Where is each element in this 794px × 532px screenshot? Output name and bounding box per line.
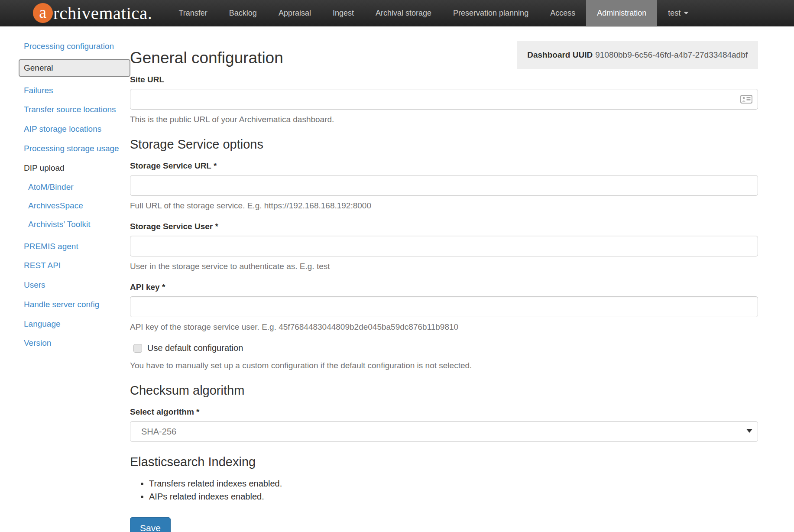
sidebar-link[interactable]: Processing configuration <box>24 42 114 51</box>
elasticsearch-status-list: Transfers related indexes enabled. AIPs … <box>149 479 758 502</box>
dashboard-uuid-box: Dashboard UUID91080bb9-6c56-46fd-a4b7-27… <box>517 41 758 69</box>
sidebar-link[interactable]: REST API <box>24 261 61 270</box>
sidebar-item-transfer-source-locations[interactable]: Transfer source locations <box>24 104 130 115</box>
sidebar-item-dip-upload: DIP upload <box>24 163 130 173</box>
checksum-algorithm-heading: Checksum algorithm <box>130 383 758 398</box>
sidebar-item-general-active[interactable]: General <box>19 59 130 77</box>
storage-service-url-input[interactable] <box>130 175 758 196</box>
sidebar-link[interactable]: Failures <box>24 86 53 95</box>
storage-service-user-label: Storage Service User * <box>130 222 758 231</box>
api-key-input[interactable] <box>130 296 758 317</box>
sidebar-item-archivists-toolkit[interactable]: Archivists’ Toolkit <box>28 219 130 230</box>
use-default-configuration-label[interactable]: Use default configuration <box>147 343 243 353</box>
site-url-label: Site URL <box>130 75 758 84</box>
sidebar-link[interactable]: Processing storage usage <box>24 144 119 153</box>
contact-card-icon[interactable] <box>740 94 753 106</box>
sidebar-link[interactable]: PREMIS agent <box>24 242 78 251</box>
storage-service-user-input[interactable] <box>130 236 758 256</box>
storage-service-url-help: Full URL of the storage service. E.g. ht… <box>130 201 758 211</box>
use-default-configuration-help: You have to manually set up a custom con… <box>130 361 758 370</box>
storage-service-user-help: User in the storage service to authentic… <box>130 262 758 271</box>
site-url-input[interactable] <box>130 89 758 110</box>
storage-service-options-heading: Storage Service options <box>130 137 758 152</box>
elasticsearch-status-item: AIPs related indexes enabled. <box>149 492 758 502</box>
top-navbar: archivematica. Transfer Backlog Appraisa… <box>0 0 794 26</box>
save-button[interactable]: Save <box>130 517 171 532</box>
logo-a-icon: a <box>33 3 53 23</box>
elasticsearch-status-item: Transfers related indexes enabled. <box>149 479 758 489</box>
sidebar-item-handle-server-config[interactable]: Handle server config <box>24 299 130 310</box>
nav-item-appraisal[interactable]: Appraisal <box>268 0 322 26</box>
sidebar-link[interactable]: Language <box>24 319 61 328</box>
api-key-label: API key * <box>130 282 758 292</box>
nav-item-ingest[interactable]: Ingest <box>322 0 365 26</box>
nav-item-transfer[interactable]: Transfer <box>168 0 218 26</box>
nav-item-backlog[interactable]: Backlog <box>218 0 268 26</box>
sidebar-link[interactable]: Users <box>24 280 45 289</box>
sidebar-link[interactable]: ArchivesSpace <box>28 201 83 210</box>
dashboard-uuid-label: Dashboard UUID <box>527 50 593 59</box>
select-arrow-icon <box>746 429 752 433</box>
site-url-help: This is the public URL of your Archivema… <box>130 115 758 124</box>
sidebar-item-rest-api[interactable]: REST API <box>24 260 130 271</box>
sidebar-link[interactable]: AIP storage locations <box>24 124 101 133</box>
nav-item-access[interactable]: Access <box>539 0 586 26</box>
sidebar-item-premis-agent[interactable]: PREMIS agent <box>24 241 130 252</box>
sidebar-link[interactable]: AtoM/Binder <box>28 182 74 191</box>
sidebar-link[interactable]: Version <box>24 338 51 347</box>
logo-wordmark: rchivematica. <box>53 3 152 23</box>
algorithm-selected-value: SHA-256 <box>141 427 176 437</box>
sidebar-item-aip-storage-locations[interactable]: AIP storage locations <box>24 124 130 134</box>
sidebar-item-processing-storage-usage[interactable]: Processing storage usage <box>24 143 130 154</box>
page-title: General configuration <box>130 49 283 67</box>
sidebar-item-language[interactable]: Language <box>24 319 130 329</box>
sidebar-link[interactable]: Archivists’ Toolkit <box>28 220 91 229</box>
nav-item-preservation-planning[interactable]: Preservation planning <box>442 0 539 26</box>
sidebar-link[interactable]: Handle server config <box>24 300 99 309</box>
admin-sidebar: Processing configuration General Failure… <box>0 41 130 532</box>
sidebar-item-archivesspace[interactable]: ArchivesSpace <box>28 201 130 211</box>
nav-item-administration[interactable]: Administration <box>586 0 657 26</box>
select-algorithm-label: Select algorithm * <box>130 407 758 417</box>
elasticsearch-indexing-heading: Elasticsearch Indexing <box>130 455 758 469</box>
sidebar-item-version[interactable]: Version <box>24 338 130 348</box>
archivematica-logo[interactable]: archivematica. <box>0 0 168 26</box>
user-menu-label: test <box>668 9 681 18</box>
main-nav: Transfer Backlog Appraisal Ingest Archiv… <box>168 0 700 26</box>
use-default-configuration-checkbox[interactable] <box>133 344 142 353</box>
sidebar-item-processing-configuration[interactable]: Processing configuration <box>24 41 130 52</box>
api-key-help: API key of the storage service user. E.g… <box>130 322 758 332</box>
sidebar-item-atom-binder[interactable]: AtoM/Binder <box>28 182 130 192</box>
user-menu[interactable]: test <box>657 0 700 26</box>
chevron-down-icon <box>684 12 689 14</box>
sidebar-item-failures[interactable]: Failures <box>24 85 130 96</box>
sidebar-link[interactable]: Transfer source locations <box>24 105 116 114</box>
dashboard-uuid-value: 91080bb9-6c56-46fd-a4b7-27d33484adbf <box>595 50 748 59</box>
algorithm-select[interactable]: SHA-256 <box>130 421 758 442</box>
storage-service-url-label: Storage Service URL * <box>130 161 758 171</box>
sidebar-item-users[interactable]: Users <box>24 280 130 290</box>
nav-item-archival-storage[interactable]: Archival storage <box>365 0 442 26</box>
